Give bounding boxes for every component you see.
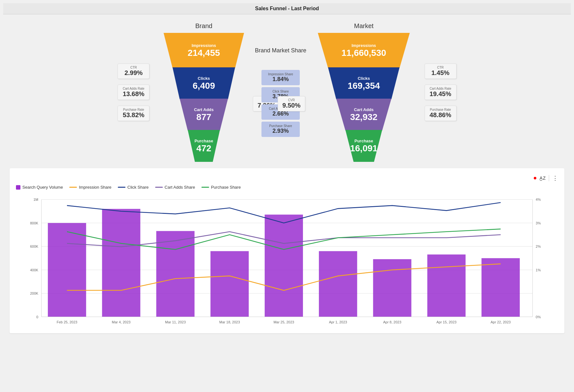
- svg-rect-21: [265, 215, 303, 317]
- brand-clicks-value: 6,409: [193, 81, 215, 91]
- funnel-section: CTR 2.99% Cart Adds Rate 13.68% Purchase…: [3, 19, 571, 165]
- svg-text:Mar 18, 2023: Mar 18, 2023: [219, 320, 240, 324]
- market-share-title: Brand Market Share: [255, 47, 306, 54]
- more-options-icon[interactable]: ⋮: [552, 175, 558, 182]
- chart-toolbar: A̲Z ⋮: [16, 175, 558, 182]
- legend-label-is: Impression Share: [79, 185, 111, 190]
- market-impressions: Impressions 11,660,530: [313, 33, 415, 68]
- chart-area: 1M 800K 600K 400K 200K 0 4% 3% 2% 1% 0%: [16, 193, 558, 327]
- brand-cart-rate-stat: Cart Adds Rate 13.68%: [117, 85, 149, 100]
- market-purchase-value: 16,091: [350, 143, 378, 154]
- brand-purchase-value: 472: [196, 143, 211, 154]
- red-dot-icon: [534, 177, 536, 179]
- legend-click-share: Click Share: [118, 185, 148, 190]
- brand-ctr-stat: CTR 2.99%: [117, 64, 149, 79]
- svg-text:0: 0: [36, 315, 38, 319]
- svg-rect-25: [481, 258, 520, 317]
- brand-cart-rate-label: Cart Adds Rate: [122, 87, 145, 90]
- market-impressions-label: Impressions: [351, 43, 376, 48]
- brand-impressions: Impressions 214,455: [159, 33, 248, 68]
- market-funnel-wrapper: CVR 9.50% Impressions 11,660,530 Clicks …: [313, 33, 415, 162]
- market-purchase-label: Purchase: [354, 139, 373, 143]
- market-funnel: Market CVR 9.50% Impressions 11,660,530 …: [313, 22, 415, 162]
- legend-line-ps: [201, 187, 209, 188]
- market-cvr-label: CVR: [283, 98, 301, 102]
- svg-text:4%: 4%: [536, 198, 541, 201]
- click-share-label: Click Share: [268, 90, 293, 93]
- brand-funnel-wrapper: Impressions 214,455 Clicks 6,409 Cart Ad…: [159, 33, 248, 162]
- brand-left-stats: CTR 2.99% Cart Adds Rate 13.68% Purchase…: [114, 57, 153, 127]
- purchase-share-value: 2.93%: [268, 128, 293, 134]
- purchase-share-label: Purchase Share: [268, 124, 293, 128]
- market-cart-rate-stat: Cart Adds Rate 19.45%: [425, 85, 457, 100]
- market-cart-rate-value: 19.45%: [429, 90, 452, 98]
- market-funnel-shape: Impressions 11,660,530 Clicks 169,354 Ca…: [313, 33, 415, 162]
- market-clicks-label: Clicks: [358, 76, 370, 81]
- brand-funnel-shape: Impressions 214,455 Clicks 6,409 Cart Ad…: [159, 33, 248, 162]
- brand-cart-adds-label: Cart Adds: [194, 107, 214, 112]
- legend-label-sqv: Search Query Volume: [22, 185, 63, 190]
- brand-impressions-value: 214,455: [188, 48, 220, 58]
- market-cvr-badge: CVR 9.50%: [278, 96, 306, 111]
- svg-text:0%: 0%: [536, 315, 541, 319]
- legend-cart-adds-share: Cart Adds Share: [155, 185, 195, 190]
- market-impressions-value: 11,660,530: [341, 48, 386, 58]
- svg-text:Apr 22, 2023: Apr 22, 2023: [491, 320, 511, 324]
- brand-funnel: Brand Impressions 214,455 Clicks 6,409 C…: [159, 22, 248, 162]
- brand-clicks-label: Clicks: [198, 76, 210, 81]
- market-cvr-value: 9.50%: [283, 102, 301, 109]
- market-purchase-rate-label: Purchase Rate: [429, 108, 452, 111]
- svg-text:1%: 1%: [536, 268, 541, 272]
- market-cart-rate-label: Cart Adds Rate: [429, 87, 452, 90]
- brand-purchase-rate-value: 53.82%: [122, 111, 145, 119]
- brand-purchase-rate-stat: Purchase Rate 53.82%: [117, 106, 149, 121]
- brand-cart-adds-value: 877: [196, 112, 211, 122]
- svg-text:Apr 8, 2023: Apr 8, 2023: [383, 320, 401, 324]
- brand-purchase-rate-label: Purchase Rate: [122, 108, 145, 111]
- brand-title: Brand: [195, 22, 212, 30]
- market-clicks: Clicks 169,354: [313, 67, 415, 99]
- market-purchase-rate-stat: Purchase Rate 48.86%: [425, 106, 457, 121]
- brand-impressions-label: Impressions: [192, 43, 216, 48]
- svg-text:Feb 25, 2023: Feb 25, 2023: [57, 320, 77, 324]
- market-cart-adds-value: 32,932: [350, 112, 378, 122]
- legend-purchase-share: Purchase Share: [201, 185, 241, 190]
- toolbar-divider: [549, 175, 549, 181]
- market-share-column: Brand Market Share Impression Share 1.84…: [255, 47, 306, 137]
- az-sort-icon[interactable]: A̲Z: [540, 176, 546, 181]
- brand-ctr-value: 2.99%: [122, 69, 145, 77]
- purchase-share-box: Purchase Share 2.93%: [261, 122, 300, 137]
- legend-label-cs: Click Share: [127, 185, 148, 190]
- svg-text:2%: 2%: [536, 245, 541, 248]
- svg-rect-24: [427, 254, 465, 317]
- legend-search-query-volume: Search Query Volume: [16, 185, 63, 190]
- market-clicks-value: 169,354: [348, 81, 380, 91]
- market-ctr-stat: CTR 1.45%: [425, 64, 457, 79]
- legend-line-is: [69, 187, 77, 188]
- svg-rect-23: [373, 259, 412, 317]
- page-container: Sales Funnel - Last Period CTR 2.99% Car…: [0, 0, 574, 340]
- legend-line-cs: [118, 187, 125, 188]
- market-purchase-rate-value: 48.86%: [429, 111, 452, 119]
- brand-purchase-label: Purchase: [194, 139, 213, 143]
- svg-text:200K: 200K: [30, 291, 38, 295]
- page-title: Sales Funnel - Last Period: [3, 3, 571, 14]
- legend-label-cas: Cart Adds Share: [165, 185, 195, 190]
- legend-color-sqv: [16, 185, 20, 190]
- svg-text:Apr 1, 2023: Apr 1, 2023: [329, 320, 347, 324]
- svg-text:400K: 400K: [30, 268, 38, 272]
- svg-text:800K: 800K: [30, 221, 38, 225]
- svg-text:Mar 25, 2023: Mar 25, 2023: [274, 320, 294, 324]
- impression-share-label: Impression Share: [268, 72, 293, 76]
- svg-text:Mar 4, 2023: Mar 4, 2023: [112, 320, 131, 324]
- svg-text:600K: 600K: [30, 245, 38, 248]
- brand-cart-adds: Cart Adds 877: [159, 99, 248, 131]
- svg-text:3%: 3%: [536, 221, 541, 225]
- svg-rect-19: [156, 231, 194, 317]
- legend-label-ps: Purchase Share: [211, 185, 241, 190]
- svg-rect-22: [319, 251, 357, 317]
- market-purchase: Purchase 16,091: [313, 130, 415, 162]
- svg-rect-17: [48, 223, 86, 317]
- legend-line-cas: [155, 187, 163, 188]
- svg-rect-18: [102, 209, 140, 317]
